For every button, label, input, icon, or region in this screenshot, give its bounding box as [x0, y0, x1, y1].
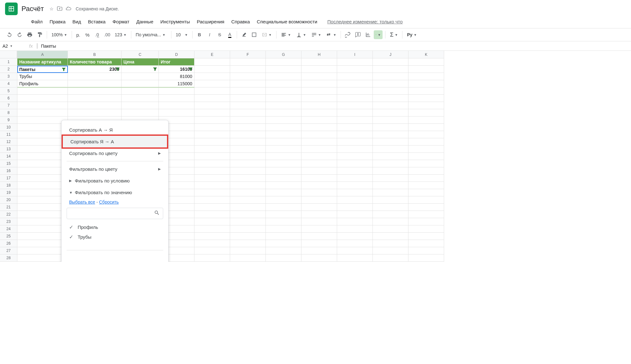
cell[interactable]: [230, 225, 266, 233]
row-header[interactable]: 15: [0, 160, 17, 167]
cell[interactable]: [266, 153, 301, 160]
cell[interactable]: [301, 167, 337, 175]
cell[interactable]: [408, 160, 444, 167]
cell[interactable]: [301, 233, 337, 240]
cell[interactable]: [408, 254, 444, 262]
cell[interactable]: [230, 131, 266, 138]
filter-toggle-icon[interactable]: [153, 67, 157, 71]
cell[interactable]: [230, 102, 266, 109]
cell[interactable]: [408, 66, 444, 73]
cell[interactable]: 16100: [159, 66, 194, 73]
cell[interactable]: [159, 95, 194, 102]
row-header[interactable]: 8: [0, 109, 17, 116]
cell[interactable]: [194, 182, 230, 189]
cell[interactable]: [159, 102, 194, 109]
cell[interactable]: [230, 233, 266, 240]
cell[interactable]: [301, 225, 337, 233]
percent-button[interactable]: %: [83, 32, 91, 38]
link-icon[interactable]: [343, 30, 352, 39]
cell[interactable]: [230, 240, 266, 247]
cell[interactable]: [301, 196, 337, 204]
cell[interactable]: [373, 58, 408, 66]
cell[interactable]: [373, 211, 408, 218]
cell[interactable]: [373, 131, 408, 138]
cell[interactable]: [17, 109, 68, 116]
sort-by-color[interactable]: Сортировать по цвету▶: [62, 147, 168, 159]
row-header[interactable]: 19: [0, 189, 17, 196]
cell[interactable]: [17, 131, 68, 138]
cell[interactable]: [337, 167, 373, 175]
text-rotation-icon[interactable]: ▼: [324, 32, 338, 38]
row-header[interactable]: 3: [0, 73, 17, 80]
cell[interactable]: Итог: [159, 58, 194, 66]
cell[interactable]: 115000: [159, 80, 194, 87]
cell[interactable]: [230, 153, 266, 160]
cell[interactable]: [194, 102, 230, 109]
cell[interactable]: [17, 182, 68, 189]
cell[interactable]: [373, 189, 408, 196]
cell[interactable]: [266, 233, 301, 240]
cell[interactable]: Цена: [122, 58, 159, 66]
cell[interactable]: [373, 102, 408, 109]
cell[interactable]: [301, 138, 337, 146]
cell[interactable]: [159, 109, 194, 116]
cell[interactable]: [17, 204, 68, 211]
cell[interactable]: [194, 225, 230, 233]
cell[interactable]: [301, 73, 337, 80]
cell[interactable]: [337, 124, 373, 131]
row-header[interactable]: 16: [0, 167, 17, 175]
cell[interactable]: [266, 58, 301, 66]
cell[interactable]: [373, 254, 408, 262]
cell[interactable]: Количество товара: [68, 58, 122, 66]
cell[interactable]: [68, 73, 122, 80]
cell[interactable]: [17, 138, 68, 146]
cell[interactable]: [408, 109, 444, 116]
cell[interactable]: [301, 124, 337, 131]
doc-title[interactable]: Расчёт: [21, 5, 44, 13]
cell[interactable]: [337, 131, 373, 138]
cell[interactable]: [373, 240, 408, 247]
cell[interactable]: [17, 218, 68, 225]
cell[interactable]: 81000: [159, 73, 194, 80]
sort-za[interactable]: Сортировать Я → А: [62, 134, 168, 149]
cell[interactable]: [194, 80, 230, 87]
increase-decimal-icon[interactable]: .00: [103, 30, 112, 39]
cell[interactable]: Пакеты: [17, 66, 68, 73]
row-header[interactable]: 24: [0, 225, 17, 233]
cell[interactable]: [408, 211, 444, 218]
cell[interactable]: [337, 160, 373, 167]
cell[interactable]: [337, 58, 373, 66]
cell[interactable]: [194, 87, 230, 95]
cell[interactable]: [301, 247, 337, 254]
comment-icon[interactable]: [354, 30, 362, 39]
bold-icon[interactable]: B: [195, 30, 204, 39]
col-header[interactable]: G: [266, 51, 301, 58]
row-header[interactable]: 10: [0, 124, 17, 131]
cell[interactable]: [17, 153, 68, 160]
cell[interactable]: [266, 182, 301, 189]
cell[interactable]: [373, 73, 408, 80]
menu-edit[interactable]: Правка: [46, 17, 69, 26]
row-header[interactable]: 4: [0, 80, 17, 87]
cell[interactable]: [230, 66, 266, 73]
cell[interactable]: [337, 218, 373, 225]
menu-help[interactable]: Справка: [228, 17, 253, 26]
row-header[interactable]: 9: [0, 116, 17, 124]
cell[interactable]: [230, 211, 266, 218]
cell[interactable]: [194, 218, 230, 225]
cell[interactable]: [373, 116, 408, 124]
borders-icon[interactable]: [250, 30, 259, 39]
strikethrough-icon[interactable]: S: [215, 30, 224, 39]
select-all-link[interactable]: Выбрать все: [69, 200, 95, 205]
cell[interactable]: [301, 102, 337, 109]
row-header[interactable]: 26: [0, 240, 17, 247]
cell[interactable]: [337, 204, 373, 211]
cell[interactable]: [337, 109, 373, 116]
cell[interactable]: [230, 87, 266, 95]
font-dropdown[interactable]: По умолча...▼: [134, 32, 169, 37]
cell[interactable]: [408, 233, 444, 240]
cell[interactable]: [230, 58, 266, 66]
cell[interactable]: [408, 153, 444, 160]
cell[interactable]: [373, 175, 408, 182]
col-header[interactable]: J: [373, 51, 408, 58]
